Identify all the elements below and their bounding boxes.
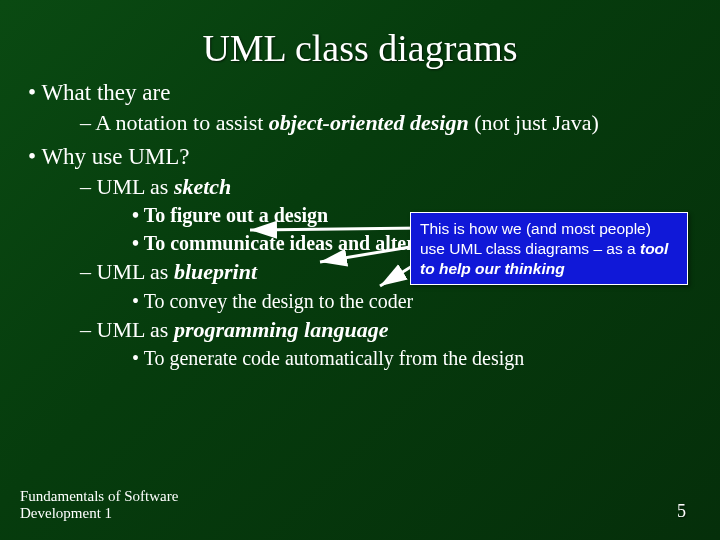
text-pre: UML as [97,259,174,284]
bullet-convey-design: To convey the design to the coder [132,289,692,315]
text-em: object-oriented design [269,110,469,135]
footer-line2: Development 1 [20,505,112,521]
text: Why use UML? [41,144,189,169]
text-pre: UML as [97,174,174,199]
text-em: programming language [174,317,389,342]
text: To figure out a design [144,204,328,226]
footer-line1: Fundamentals of Software [20,488,178,504]
bullet-uml-as-programming-language: UML as programming language [80,316,692,344]
bullet-uml-as-sketch: UML as sketch [80,173,692,201]
text-post: (not just Java) [469,110,599,135]
bullet-generate-code: To generate code automatically from the … [132,346,692,372]
bullet-what-they-are: What they are [28,78,692,107]
footer: Fundamentals of Software Development 1 [20,488,178,523]
page-number: 5 [677,501,686,522]
bullet-why-use-uml: Why use UML? [28,142,692,171]
slide: UML class diagrams What they are A notat… [0,0,720,540]
text-em: sketch [174,174,231,199]
slide-title: UML class diagrams [0,0,720,70]
callout-text: This is how we (and most people) use UML… [420,220,651,257]
callout-box: This is how we (and most people) use UML… [410,212,688,285]
text-pre: A notation to assist [95,110,269,135]
text-pre: UML as [97,317,174,342]
text: What they are [41,80,170,105]
text: To convey the design to the coder [144,290,414,312]
text: To generate code automatically from the … [144,347,525,369]
text-em: blueprint [174,259,257,284]
bullet-notation: A notation to assist object-oriented des… [80,109,692,137]
